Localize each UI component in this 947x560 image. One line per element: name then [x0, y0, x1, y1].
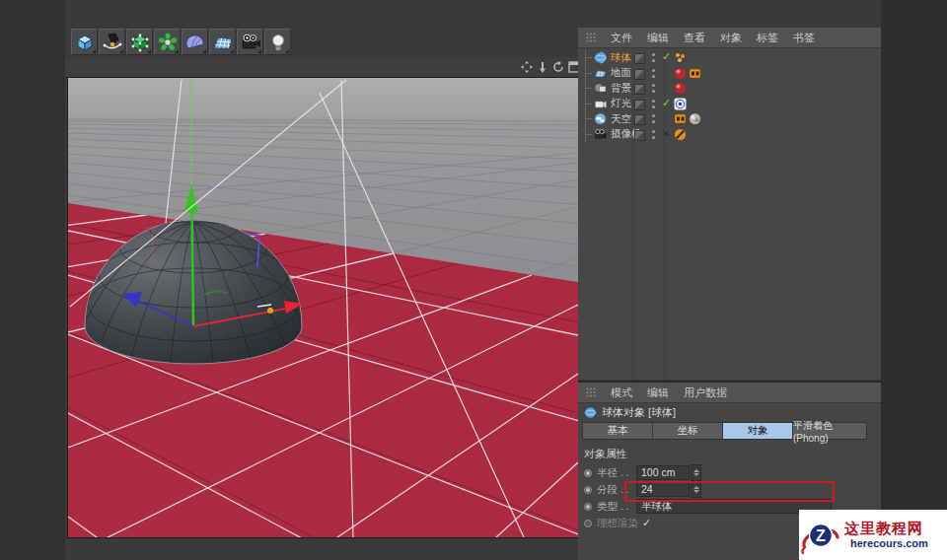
floor-grid-button[interactable] [209, 29, 236, 55]
object-row-sphere[interactable]: 球体 ✓ [578, 50, 881, 66]
segments-row: 分段 . . 24 [578, 481, 881, 498]
radius-row: 半径 . . 100 cm [578, 464, 881, 481]
object-row-camera[interactable]: 摄像机 ✕ [578, 127, 881, 143]
axis-y-shaft[interactable] [192, 210, 194, 325]
left-panel-strip [0, 0, 65, 560]
pan-icon[interactable] [520, 60, 533, 73]
viewport-3d[interactable] [67, 77, 579, 538]
right-edge-strip [881, 0, 947, 560]
am-menu-mode[interactable]: 模式 [611, 385, 632, 400]
attribute-tabs: 基本 坐标 对象 平滑着色(Phong) [582, 422, 867, 440]
layer-box[interactable] [634, 130, 645, 141]
compositing-tag-icon[interactable] [674, 112, 687, 125]
object-row-sky[interactable]: 天空 [578, 111, 881, 127]
phong-tag-icon[interactable] [674, 51, 687, 64]
type-label: 类型 . . [597, 500, 636, 514]
editable-mesh-button[interactable] [126, 29, 153, 55]
visibility-dots[interactable] [652, 69, 655, 81]
segments-field[interactable]: 24 [636, 482, 690, 497]
camera-button[interactable] [237, 29, 263, 55]
watermark: Z 这里教程网 herecours.com [799, 510, 947, 560]
camera-toolbar-icon [240, 32, 261, 53]
visibility-dots[interactable] [652, 130, 655, 142]
visibility-dots[interactable] [652, 114, 655, 126]
sphere-object-icon [584, 406, 597, 419]
viewport-nav-controls [520, 60, 580, 73]
object-label[interactable]: 地面 [611, 66, 631, 80]
watermark-title: 这里教程网 [844, 521, 928, 537]
watermark-url[interactable]: herecours.com [850, 537, 928, 549]
shell-button[interactable] [182, 29, 208, 55]
object-label[interactable]: 灯光 [611, 97, 631, 110]
tab-basic[interactable]: 基本 [583, 423, 653, 439]
axis-x-handle-dot[interactable] [267, 308, 273, 314]
object-row-floor[interactable]: 地面 [578, 66, 881, 82]
layer-box[interactable] [634, 53, 645, 64]
ideal-render-label: 理想渲染 [597, 517, 638, 530]
visibility-dots[interactable] [652, 84, 655, 96]
radius-stepper[interactable] [691, 464, 701, 481]
array-flower-icon [157, 32, 179, 53]
keyframe-dot-icon[interactable] [584, 469, 592, 477]
main-toolbar [71, 29, 291, 57]
object-row-light[interactable]: 灯光 ✓ [578, 97, 881, 112]
radius-field[interactable]: 100 cm [636, 465, 690, 480]
object-label[interactable]: 天空 [611, 112, 631, 126]
am-menu-userdata[interactable]: 用户数据 [684, 385, 727, 400]
protection-tag-icon[interactable] [674, 128, 687, 141]
shell-icon [184, 32, 206, 53]
sky-object-icon [594, 112, 607, 125]
radius-label: 半径 . . [597, 466, 636, 480]
target-tag-icon[interactable] [674, 98, 687, 110]
am-menu-edit[interactable]: 编辑 [647, 385, 669, 400]
texture-tag-icon[interactable] [689, 112, 701, 125]
attribute-menubar: 模式 编辑 用户数据 [578, 383, 881, 403]
om-menu-view[interactable]: 查看 [684, 31, 705, 45]
tab-coordinates[interactable]: 坐标 [653, 423, 723, 439]
layer-box[interactable] [634, 114, 645, 125]
material-tag-red-icon[interactable] [674, 67, 687, 80]
enable-check[interactable]: ✓ [662, 50, 671, 63]
layer-box[interactable] [634, 100, 645, 110]
layer-box[interactable] [634, 84, 645, 95]
enable-check[interactable]: ✓ [662, 97, 671, 109]
watermark-logo-icon: Z [799, 514, 842, 557]
background-object-icon [594, 82, 607, 95]
tab-object[interactable]: 对象 [723, 423, 793, 439]
object-label[interactable]: 球体 [611, 51, 631, 65]
light-button[interactable] [264, 29, 291, 55]
object-manager-menubar: 文件 编辑 查看 对象 标签 书签 [578, 28, 881, 48]
sky [68, 78, 578, 118]
segments-label: 分段 . . [597, 483, 636, 497]
visibility-dots[interactable] [652, 53, 655, 65]
keyframe-dot-icon[interactable] [584, 520, 592, 527]
segments-stepper[interactable] [691, 481, 701, 498]
zoom-icon[interactable] [536, 60, 548, 73]
editable-mesh-icon [129, 32, 151, 53]
om-menu-object[interactable]: 对象 [720, 31, 742, 45]
om-menu-tags[interactable]: 标签 [757, 31, 778, 45]
om-menu-edit[interactable]: 编辑 [647, 31, 669, 45]
om-menu-bookmarks[interactable]: 书签 [793, 31, 815, 45]
spline-pen-button[interactable] [99, 29, 125, 55]
visibility-dots[interactable] [652, 100, 655, 111]
tab-phong[interactable]: 平滑着色(Phong) [793, 423, 866, 439]
layer-box[interactable] [634, 69, 645, 80]
scene-canvas [68, 78, 578, 537]
material-tag-red-icon[interactable] [674, 82, 687, 95]
rotate-icon[interactable] [551, 60, 564, 73]
keyframe-dot-icon[interactable] [584, 503, 592, 511]
array-flower-button[interactable] [154, 29, 181, 55]
om-menu-file[interactable]: 文件 [611, 31, 632, 45]
camera-toggle-icon[interactable]: ✕ [662, 128, 670, 139]
object-label[interactable]: 背景 [611, 82, 631, 96]
primitive-cube-button[interactable] [71, 29, 98, 55]
compositing-tag-icon[interactable] [689, 67, 701, 80]
viewport-menubar [65, 57, 578, 78]
keyframe-dot-icon[interactable] [584, 486, 592, 494]
section-object-properties: 对象属性 [578, 443, 881, 464]
ideal-render-checkbox[interactable]: ✓ [642, 517, 651, 529]
object-row-background[interactable]: 背景 [578, 81, 881, 97]
panel-grip-icon[interactable] [586, 387, 596, 397]
panel-grip-icon[interactable] [586, 33, 596, 42]
